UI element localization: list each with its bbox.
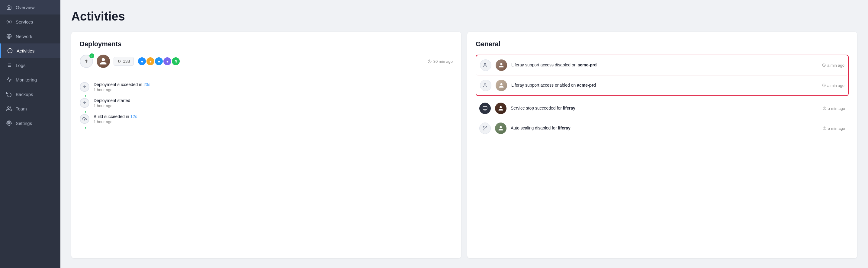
sidebar-item-services[interactable]: Services [0,14,60,29]
gen-avatar-4 [495,123,506,134]
sidebar-item-label: Monitoring [16,77,37,82]
activities-icon [7,48,13,54]
sidebar-item-overview[interactable]: Overview [0,0,60,14]
timeline-item: Build succeeded in 12s 1 hour ago [80,111,453,127]
deploy-status-icon: ✓ [80,55,93,68]
service-icons: ● ● ● ● N [137,57,180,66]
timeline-content-3: Build succeeded in 12s 1 hour ago [94,114,137,124]
gen-avatar-3 [495,103,506,114]
timeline-icon-2 [80,98,89,108]
sidebar-item-monitoring[interactable]: Monitoring [0,72,60,87]
backups-icon [6,91,12,97]
branch-badge: 138 [114,57,134,66]
gen-action-icon-1 [480,60,491,71]
deployment-header-row: ✓ 138 ● ● ● ● N [80,55,453,73]
timeline-content-2: Deployment started 1 hour ago [94,98,130,108]
gen-text-3: Service stop succeeded for liferay [511,105,818,111]
home-icon [6,4,12,10]
svc-icon-1: ● [137,57,147,66]
sidebar-item-label: Services [16,19,33,25]
sidebar-item-backups[interactable]: Backups [0,87,60,101]
page-title: Activities [71,10,857,23]
timeline-dot-3 [84,127,87,129]
timeline-item: Deployment succeeded in 23s 1 hour ago [80,79,453,95]
sidebar-item-label: Backups [16,92,33,97]
deployments-title: Deployments [80,40,453,48]
gen-time-1: a min ago [822,63,844,68]
timeline-item: Deployment started 1 hour ago [80,95,453,111]
gen-text-4: Auto scaling disabled for liferay [511,125,818,131]
settings-icon [6,120,12,126]
sidebar-item-label: Network [16,34,32,39]
deploy-check-badge: ✓ [89,54,94,58]
gen-avatar-1 [496,60,507,71]
sidebar-item-settings[interactable]: Settings [0,116,60,130]
svg-point-20 [484,63,486,65]
monitoring-icon [6,77,12,83]
sidebar-item-label: Activities [17,48,34,54]
sidebar-item-label: Settings [16,121,32,126]
sidebar-item-network[interactable]: Network [0,29,60,43]
svg-point-0 [8,21,10,23]
svg-point-14 [120,60,121,61]
deployment-time: 30 min ago [428,59,453,64]
highlighted-group: Liferay support access disabled on acme-… [476,55,849,96]
general-item-4: Auto scaling disabled for liferay a min … [476,118,849,138]
svc-icon-5: N [171,57,180,66]
svg-point-15 [118,62,119,63]
sidebar-item-activities[interactable]: Activities [0,43,60,58]
general-list: Liferay support access disabled on acme-… [476,55,849,138]
gen-time-4: a min ago [823,126,845,131]
gen-action-icon-2 [480,80,491,91]
general-title: General [476,40,849,48]
team-icon [6,106,12,112]
sidebar-item-team[interactable]: Team [0,101,60,116]
sidebar: Overview Services Network Activities Log… [0,0,60,268]
sidebar-item-label: Overview [16,5,35,10]
deployments-panel: Deployments ✓ 138 [71,32,461,258]
general-panel: General Liferay support access disabled … [467,32,857,258]
svc-icon-2: ● [146,57,155,66]
svc-icon-3: ● [154,57,163,66]
gen-action-icon-4 [479,123,491,134]
svg-point-22 [484,83,486,85]
general-item-3: Service stop succeeded for liferay a min… [476,98,849,118]
svg-rect-24 [483,106,487,109]
deployment-timeline: Deployment succeeded in 23s 1 hour ago [80,79,453,127]
logs-icon [6,62,12,68]
sidebar-item-label: Logs [16,63,26,68]
sidebar-item-label: Team [16,106,27,111]
sidebar-item-logs[interactable]: Logs [0,58,60,72]
panels-container: Deployments ✓ 138 [71,32,857,258]
gen-action-icon-3 [479,103,491,114]
gen-time-3: a min ago [823,106,845,111]
svg-point-10 [7,106,9,108]
gen-text-1: Liferay support access disabled on acme-… [511,62,818,68]
timeline-icon-1 [80,82,89,92]
services-icon [6,19,12,25]
user-avatar [97,55,110,68]
network-icon [6,33,12,39]
gen-text-2: Liferay support access enabled on acme-p… [511,82,818,89]
svc-icon-4: ● [163,57,172,66]
svg-point-11 [8,123,10,124]
general-item-1: Liferay support access disabled on acme-… [476,55,848,75]
branch-count: 138 [123,59,130,64]
timeline-icon-3 [80,114,89,124]
gen-avatar-2 [496,80,507,91]
general-item-2: Liferay support access enabled on acme-p… [476,75,848,95]
gen-time-2: a min ago [822,83,844,88]
timeline-content-1: Deployment succeeded in 23s 1 hour ago [94,82,150,92]
main-content: Activities Deployments ✓ [60,0,868,268]
